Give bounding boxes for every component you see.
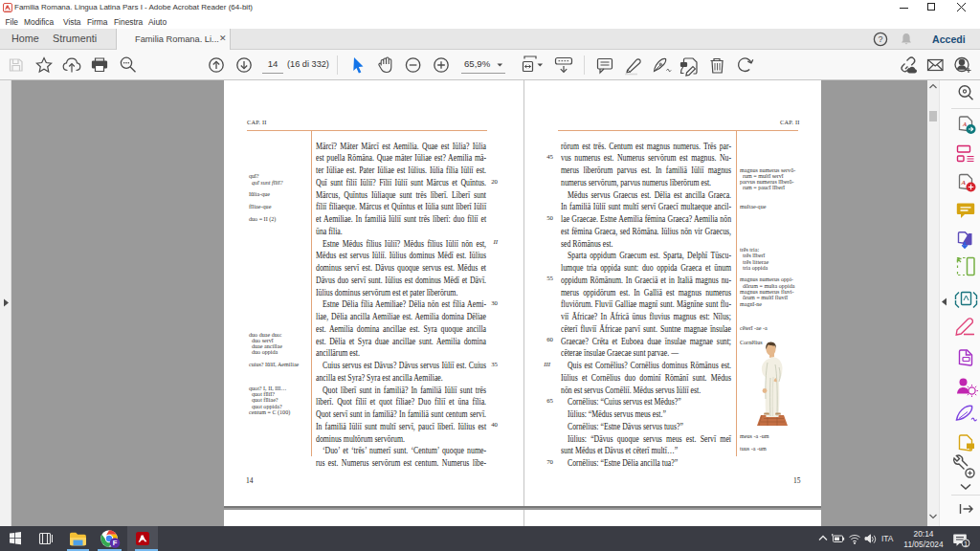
svg-text:1: 1	[964, 540, 968, 548]
svg-text:F: F	[113, 539, 118, 547]
svg-text:?: ?	[878, 34, 882, 44]
svg-text:A: A	[961, 179, 967, 187]
svg-text:A: A	[962, 121, 968, 127]
